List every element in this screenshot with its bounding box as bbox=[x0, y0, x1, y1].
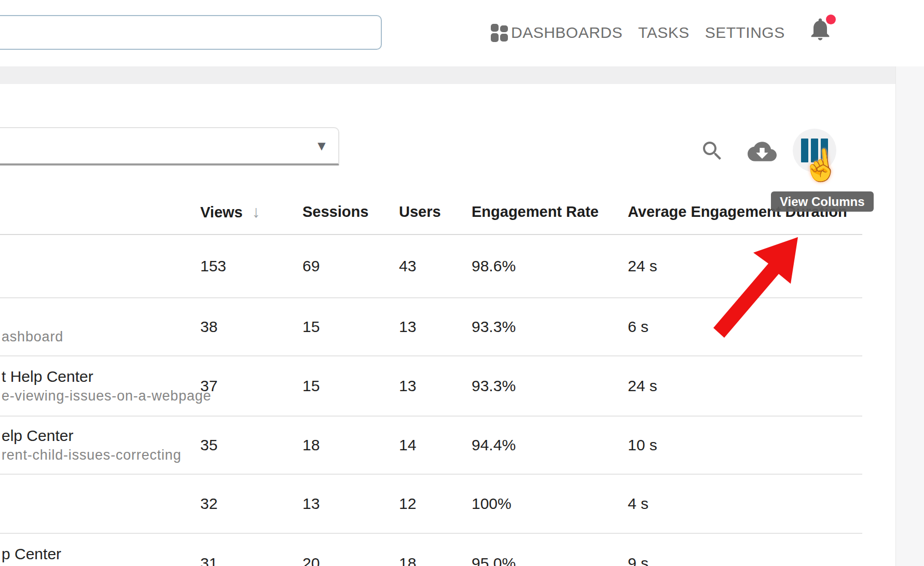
analytics-page: DASHBOARDS TASKS SETTINGS ▼ bbox=[0, 0, 924, 566]
column-header-engagement-rate[interactable]: Engagement Rate bbox=[472, 190, 599, 234]
users-cell: 18 bbox=[399, 534, 416, 566]
users-cell: 14 bbox=[399, 417, 416, 474]
table-row: ashboard 38 15 13 93.3% 6 s bbox=[0, 298, 862, 356]
engagement-rate-cell: 94.4% bbox=[472, 417, 516, 474]
views-cell: 32 bbox=[200, 475, 217, 533]
avg-duration-cell: 9 s bbox=[628, 534, 649, 566]
right-margin-panel bbox=[895, 66, 924, 566]
nav-item-dashboards[interactable]: DASHBOARDS bbox=[488, 22, 623, 44]
views-cell: 153 bbox=[200, 235, 226, 297]
sessions-cell: 18 bbox=[302, 417, 320, 474]
notifications-button[interactable] bbox=[807, 16, 840, 51]
cloud-download-icon bbox=[748, 137, 777, 166]
avg-duration-cell: 10 s bbox=[628, 417, 657, 474]
page-label-cell: elp Center rent-child-issues-correcting bbox=[2, 417, 188, 474]
view-columns-icon bbox=[801, 139, 828, 162]
views-cell: 35 bbox=[200, 417, 217, 474]
users-cell: 12 bbox=[399, 475, 416, 533]
nav-links: DASHBOARDS TASKS SETTINGS bbox=[488, 17, 785, 48]
tooltip-label: View Columns bbox=[780, 195, 865, 209]
sessions-cell: 69 bbox=[302, 235, 320, 297]
report-filter-select[interactable]: ▼ bbox=[0, 127, 339, 165]
search-input[interactable] bbox=[0, 15, 382, 50]
views-cell: 38 bbox=[200, 298, 217, 355]
table-row: 32 13 12 100% 4 s bbox=[0, 475, 862, 534]
view-columns-button[interactable] bbox=[793, 129, 836, 172]
page-label-cell bbox=[2, 235, 188, 297]
table-header-row: Views↓ Sessions Users Engagement Rate Av… bbox=[0, 190, 862, 235]
column-header-views[interactable]: Views↓ bbox=[200, 190, 260, 234]
pages-report-table: Views↓ Sessions Users Engagement Rate Av… bbox=[0, 190, 862, 566]
users-cell: 43 bbox=[399, 235, 416, 297]
page-label-cell: p Center bbox=[2, 534, 188, 566]
download-button[interactable] bbox=[748, 137, 777, 168]
engagement-rate-cell: 98.6% bbox=[472, 235, 516, 297]
tooltip: View Columns bbox=[771, 191, 874, 212]
table-row: t Help Center e-viewing-issues-on-a-webp… bbox=[0, 356, 862, 417]
table-row: elp Center rent-child-issues-correcting … bbox=[0, 417, 862, 475]
column-header-sessions[interactable]: Sessions bbox=[302, 190, 368, 234]
top-navigation-bar: DASHBOARDS TASKS SETTINGS bbox=[0, 0, 924, 66]
sessions-cell: 15 bbox=[302, 356, 320, 416]
page-label-cell bbox=[2, 475, 188, 533]
sessions-cell: 20 bbox=[302, 534, 320, 566]
engagement-rate-cell: 93.3% bbox=[472, 298, 516, 355]
engagement-rate-cell: 95.0% bbox=[472, 534, 516, 566]
engagement-rate-cell: 100% bbox=[472, 475, 512, 533]
nav-label-dashboards: DASHBOARDS bbox=[511, 24, 623, 42]
avg-duration-cell: 4 s bbox=[628, 475, 649, 533]
views-cell: 31 bbox=[200, 534, 217, 566]
users-cell: 13 bbox=[399, 356, 416, 416]
table-row: p Center 31 20 18 95.0% 9 s bbox=[0, 534, 862, 566]
engagement-rate-cell: 93.3% bbox=[472, 356, 516, 416]
nav-label-tasks: TASKS bbox=[638, 24, 689, 42]
sort-desc-icon: ↓ bbox=[252, 202, 260, 221]
views-cell: 37 bbox=[200, 356, 217, 416]
notification-badge-dot bbox=[826, 15, 836, 24]
avg-duration-cell: 24 s bbox=[628, 356, 657, 416]
table-search-button[interactable] bbox=[700, 139, 725, 165]
nav-label-settings: SETTINGS bbox=[705, 24, 785, 42]
avg-duration-cell: 6 s bbox=[628, 298, 649, 355]
column-header-users[interactable]: Users bbox=[399, 190, 441, 234]
page-label-cell: ashboard bbox=[2, 298, 188, 355]
table-row: 153 69 43 98.6% 24 s bbox=[0, 235, 862, 298]
nav-item-settings[interactable]: SETTINGS bbox=[705, 24, 785, 42]
chevron-down-icon: ▼ bbox=[315, 139, 328, 153]
dashboard-grid-icon bbox=[488, 22, 510, 44]
avg-duration-cell: 24 s bbox=[628, 235, 657, 297]
sessions-cell: 13 bbox=[302, 475, 320, 533]
nav-item-tasks[interactable]: TASKS bbox=[638, 24, 689, 42]
sessions-cell: 15 bbox=[302, 298, 320, 355]
search-icon bbox=[700, 139, 725, 163]
page-label-cell: t Help Center e-viewing-issues-on-a-webp… bbox=[2, 356, 188, 416]
users-cell: 13 bbox=[399, 298, 416, 355]
